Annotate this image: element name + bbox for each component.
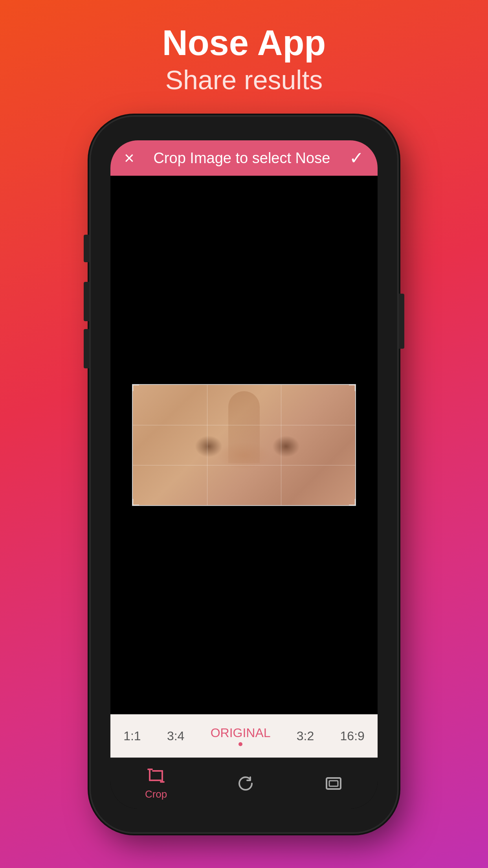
phone-button-mute bbox=[84, 235, 89, 262]
confirm-button[interactable]: ✓ bbox=[349, 149, 364, 167]
phone-button-vol-up bbox=[84, 282, 89, 321]
crop-label: Crop bbox=[145, 788, 167, 800]
crop-handle-bottom-left[interactable] bbox=[132, 499, 139, 506]
nose-image bbox=[132, 384, 356, 506]
crop-handle-bottom-right[interactable] bbox=[349, 499, 356, 506]
ratio-bar: 1:1 3:4 ORIGINAL 3:2 16:9 bbox=[110, 714, 378, 758]
app-title: Nose App bbox=[162, 24, 326, 63]
ratio-label-3-2: 3:2 bbox=[297, 729, 314, 743]
ratio-option-original[interactable]: ORIGINAL bbox=[203, 723, 279, 749]
ratio-label-1-1: 1:1 bbox=[123, 729, 141, 743]
nose-nostril-right bbox=[272, 436, 300, 457]
phone-body: × Crop Image to select Nose ✓ bbox=[91, 117, 397, 832]
header-area: Nose App Share results bbox=[162, 0, 326, 97]
top-bar-title: Crop Image to select Nose bbox=[134, 150, 349, 167]
rotate-icon bbox=[236, 774, 255, 793]
phone-button-vol-down bbox=[84, 329, 89, 368]
ratio-option-1-1[interactable]: 1:1 bbox=[116, 726, 149, 747]
crop-container[interactable] bbox=[132, 384, 356, 506]
toolbar-rotate-item[interactable] bbox=[236, 774, 255, 793]
ratio-option-16-9[interactable]: 16:9 bbox=[332, 726, 372, 747]
app-subtitle: Share results bbox=[162, 63, 326, 97]
ratio-label-3-4: 3:4 bbox=[167, 729, 184, 743]
svg-rect-6 bbox=[327, 778, 341, 789]
bottom-toolbar: Crop bbox=[110, 758, 378, 809]
cancel-button[interactable]: × bbox=[124, 149, 134, 167]
image-area bbox=[110, 176, 378, 714]
crop-handle-top-left[interactable] bbox=[132, 384, 139, 391]
nose-nostril-left bbox=[195, 436, 222, 457]
aspect-icon bbox=[324, 774, 343, 793]
top-bar: × Crop Image to select Nose ✓ bbox=[110, 140, 378, 176]
phone-button-power bbox=[399, 294, 404, 349]
nose-background bbox=[133, 385, 355, 505]
toolbar-crop-item[interactable]: Crop bbox=[145, 766, 167, 800]
phone-wrapper: × Crop Image to select Nose ✓ bbox=[91, 117, 397, 832]
ratio-active-dot bbox=[238, 742, 242, 746]
toolbar-aspect-item[interactable] bbox=[324, 774, 343, 793]
ratio-label-original: ORIGINAL bbox=[211, 726, 271, 740]
crop-handle-top-right[interactable] bbox=[349, 384, 356, 391]
phone-screen: × Crop Image to select Nose ✓ bbox=[110, 140, 378, 809]
svg-rect-7 bbox=[329, 781, 338, 786]
ratio-option-3-2[interactable]: 3:2 bbox=[289, 726, 322, 747]
nose-tip-shape bbox=[216, 442, 272, 469]
ratio-label-16-9: 16:9 bbox=[340, 729, 365, 743]
ratio-option-3-4[interactable]: 3:4 bbox=[159, 726, 192, 747]
crop-icon bbox=[147, 766, 165, 785]
